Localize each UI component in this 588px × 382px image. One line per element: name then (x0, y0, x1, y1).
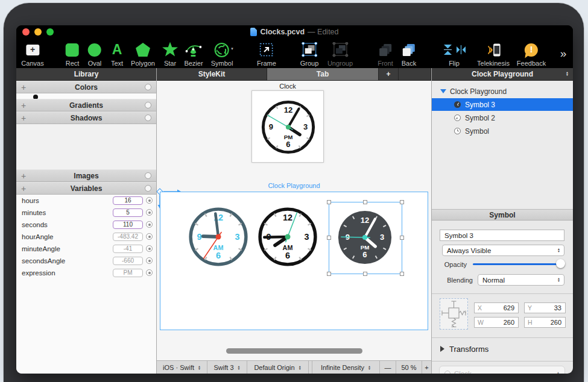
zoom-in-button[interactable]: + (422, 361, 431, 374)
images-toggle-icon[interactable] (145, 172, 151, 179)
symbol-name-input[interactable]: Symbol 3 (440, 230, 564, 241)
selection-handle[interactable] (363, 200, 367, 204)
disclosure-triangle-icon[interactable] (440, 89, 446, 93)
variable-value-field[interactable]: 110 (113, 221, 143, 229)
variable-target-icon[interactable] (146, 197, 153, 204)
variable-value-field[interactable]: 16 (113, 196, 143, 205)
variable-row-secondsangle[interactable]: secondsAngle -660 (16, 255, 156, 267)
group-button[interactable]: Group (300, 39, 319, 67)
variables-toggle-icon[interactable] (145, 185, 151, 192)
colors-section-row[interactable]: + Colors (16, 81, 156, 93)
add-variable-button[interactable]: + (21, 184, 26, 193)
canvas-area[interactable]: Clock 12369PM Clock Playground 12369AM 1… (157, 81, 431, 360)
svg-text:9: 9 (197, 232, 201, 242)
language-select[interactable]: Swift 3 (207, 361, 247, 374)
inspector-header[interactable]: Clock Playground (432, 68, 573, 81)
opacity-slider-knob[interactable] (556, 259, 565, 268)
variable-row-hourangle[interactable]: hourAngle -483.42 (16, 231, 156, 243)
variable-target-icon[interactable] (146, 245, 153, 252)
variable-row-seconds[interactable]: seconds 110 (16, 219, 156, 231)
symbol-source-dropdown-partial[interactable]: Clock (439, 366, 565, 374)
blending-label: Blending (432, 277, 473, 284)
zoom-out-button[interactable]: — (380, 361, 396, 374)
tab-stylekit[interactable]: StyleKit (157, 68, 267, 81)
density-select[interactable]: Infinite Density (312, 361, 380, 374)
telekinesis-button[interactable]: Telekinesis (477, 39, 510, 67)
variables-section-row[interactable]: + Variables (16, 182, 156, 195)
clock-artboard[interactable]: 12369PM (251, 90, 324, 163)
selection-handle[interactable] (400, 272, 404, 276)
selection-handle[interactable] (400, 200, 404, 204)
tree-item-symbol[interactable]: Symbol (432, 125, 573, 137)
variable-row-minuteangle[interactable]: minuteAngle -41 (16, 243, 156, 255)
add-shadow-button[interactable]: + (21, 114, 26, 122)
width-field[interactable]: W 260 (474, 317, 519, 328)
variable-row-hours[interactable]: hours 16 (16, 195, 156, 207)
frame-button[interactable]: Frame (257, 39, 276, 67)
variable-value-field[interactable]: 5 (113, 208, 143, 217)
shadows-toggle-icon[interactable] (145, 114, 151, 121)
gradients-toggle-icon[interactable] (145, 102, 151, 108)
inspector-header-label: Clock Playground (472, 70, 533, 78)
variable-target-icon[interactable] (146, 257, 153, 264)
add-gradient-button[interactable]: + (21, 101, 26, 110)
blending-dropdown[interactable]: Normal (478, 274, 564, 286)
images-section-row[interactable]: + Images (16, 169, 156, 182)
selection-handle[interactable] (327, 236, 331, 240)
variable-target-icon[interactable] (146, 209, 153, 216)
tab-active[interactable]: Tab (267, 68, 379, 81)
y-field[interactable]: Y 33 (524, 302, 566, 313)
front-button[interactable]: Front (378, 39, 393, 67)
artboard-clock[interactable]: 12369PM (259, 98, 318, 157)
bezier-button[interactable]: Bezier (184, 39, 203, 67)
shadows-section-row[interactable]: + Shadows (16, 111, 156, 124)
ungroup-button[interactable]: Ungroup (327, 39, 353, 67)
rect-button[interactable]: Rect (66, 39, 80, 67)
zoom-level[interactable]: 50 % (396, 361, 422, 374)
symbol-clock[interactable]: 12369AM (186, 204, 251, 269)
black-color-swatch[interactable] (33, 95, 38, 99)
height-field[interactable]: H 260 (524, 317, 566, 328)
selection-handle[interactable] (400, 236, 404, 240)
platform-select[interactable]: iOS · Swift (157, 361, 207, 374)
visibility-dropdown[interactable]: Always Visible (442, 245, 564, 256)
transforms-disclosure[interactable]: Transforms (432, 341, 573, 357)
back-button[interactable]: Back (402, 39, 416, 67)
platform-value: iOS · Swift (163, 364, 194, 371)
symbol-label: Symbol (211, 60, 233, 67)
symbol2-clock[interactable]: 12369AM (255, 204, 320, 269)
canvas-button[interactable]: Canvas (21, 39, 43, 67)
tree-root-row[interactable]: Clock Playground (432, 85, 573, 98)
opacity-slider-track[interactable] (473, 263, 560, 265)
polygon-button[interactable]: Polygon (131, 39, 155, 67)
tree-item-symbol2[interactable]: Symbol 2 (432, 111, 573, 124)
variable-row-expression[interactable]: expression PM (16, 267, 156, 279)
symbol-button[interactable]: ▼ Symbol (211, 39, 233, 67)
oval-button[interactable]: Oval (88, 39, 102, 67)
toolbar-overflow-button[interactable]: » (560, 39, 566, 67)
svg-text:12: 12 (283, 213, 292, 222)
tree-item-symbol3[interactable]: Symbol 3 (432, 98, 573, 111)
selection-handle[interactable] (327, 200, 331, 204)
gradients-section-row[interactable]: + Gradients (16, 99, 156, 111)
selection-handle[interactable] (327, 272, 331, 276)
text-button[interactable]: A Text (111, 39, 123, 67)
add-tab-button[interactable]: + (379, 68, 399, 81)
add-image-button[interactable]: + (21, 172, 26, 180)
variable-row-minutes[interactable]: minutes 5 (16, 207, 156, 219)
origin-select[interactable]: Default Origin (247, 361, 309, 374)
variable-target-icon[interactable] (146, 269, 153, 276)
x-field[interactable]: X 629 (474, 302, 519, 313)
playground-label[interactable]: Clock Playground (157, 182, 431, 189)
flip-button[interactable]: Flip (443, 39, 466, 67)
add-color-button[interactable]: + (21, 83, 26, 92)
inspector-header-stepper-icon[interactable] (566, 71, 569, 76)
resizing-springs-widget[interactable] (440, 298, 468, 330)
variable-target-icon[interactable] (146, 233, 153, 240)
variable-target-icon[interactable] (146, 221, 153, 228)
star-button[interactable]: Star (162, 39, 179, 67)
horizontal-scrollbar[interactable] (226, 348, 362, 354)
selection-handle[interactable] (363, 272, 367, 276)
feedback-button[interactable]: Feedback (517, 39, 546, 67)
colors-toggle-icon[interactable] (145, 84, 151, 90)
